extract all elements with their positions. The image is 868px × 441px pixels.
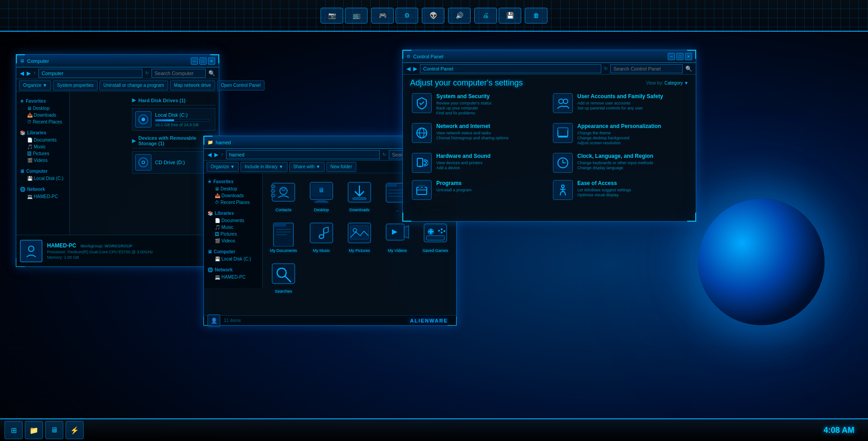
sidebar-desktop[interactable]: 🖥 Desktop [20,105,66,112]
hamed-forward-btn[interactable]: ▶ [214,152,218,158]
cp-search-icon[interactable]: 🔍 [685,66,692,72]
folder-downloads[interactable]: Downloads [341,176,377,215]
review-computer-status-link[interactable]: Review your computer's status [436,101,491,105]
folder-saved-games[interactable]: Saved Games [417,217,453,256]
maximize-btn[interactable]: □ [199,57,207,65]
hamed-refresh-icon[interactable]: ↻ [382,152,386,157]
cp-appearance[interactable]: Appearance and Personalization Change th… [551,121,689,147]
sidebar-music[interactable]: 🎵 Music [20,143,66,150]
folder-my-documents[interactable]: My Documents [265,217,302,256]
sidebar-pictures[interactable]: 🖼 Pictures [20,150,66,157]
change-display-lang-link[interactable]: Change display language [577,166,653,170]
hamed-sidebar-downloads[interactable]: 📥 Downloads [208,192,259,199]
nav-btn-1[interactable]: 📷 [321,8,343,24]
nav-btn-9[interactable]: 🗑 [525,8,547,24]
search-icon[interactable]: 🔍 [208,70,215,76]
folder-contacts[interactable]: Contacts [265,176,302,215]
address-input[interactable] [38,69,142,78]
cp-network[interactable]: Network and Internet View network status… [410,121,547,147]
folder-my-videos[interactable]: My Videos [379,217,415,256]
view-devices-link[interactable]: View devices and printers [436,161,491,165]
search-input[interactable] [151,69,206,78]
computer-titlebar[interactable]: 🖥 Computer ─ □ ✕ [16,55,219,67]
refresh-icon[interactable]: ↻ [145,71,149,76]
cp-search-input[interactable] [610,64,683,73]
windows-suggest-link[interactable]: Let Windows suggest settings [577,188,631,192]
hamed-sidebar-local-disk[interactable]: 💾 Local Disk (C:) [208,256,259,262]
parental-controls-link[interactable]: Set up parental controls for any user [577,106,663,110]
sidebar-downloads[interactable]: 📥 Downloads [20,112,66,119]
nav-btn-3[interactable]: 🎮 [371,8,394,24]
nav-btn-6[interactable]: 🔊 [448,8,471,24]
cp-forward-btn[interactable]: ▶ [413,66,417,72]
local-disk-c[interactable]: Local Disk (C:) 16.1 GB free of 24.8 GB [132,108,215,131]
taskbar-computer-btn[interactable]: 🖥 [45,421,63,439]
folder-my-music[interactable]: My Music [303,217,340,256]
up-btn[interactable]: ↑ [33,71,36,76]
cp-titlebar[interactable]: ⚙ Control Panel ─ □ ✕ [403,50,696,63]
share-with-btn[interactable]: Share with ▼ [289,162,325,172]
folder-my-pictures[interactable]: My Pictures [341,217,377,256]
optimize-visual-link[interactable]: Optimize visual display [577,193,631,197]
cd-drive-d[interactable]: CD Drive (D:) [132,151,215,174]
hamed-new-folder-btn[interactable]: New folder [326,162,356,172]
hamed-address-input[interactable] [226,150,380,159]
nav-btn-8[interactable]: 💾 [499,8,521,24]
cp-maximize-btn[interactable]: □ [676,53,684,60]
cp-refresh-icon[interactable]: ↻ [604,66,608,71]
system-properties-btn[interactable]: System properties [53,81,98,90]
hamed-sidebar-music[interactable]: 🎵 Music [208,224,259,231]
hamed-sidebar-recent[interactable]: ⏱ Recent Places [208,199,259,206]
cp-back-btn[interactable]: ◀ [406,66,410,72]
folder-searches[interactable]: Searches [265,257,302,296]
nav-btn-4[interactable]: ⚙ [396,8,418,24]
uninstall-program-link[interactable]: Uninstall a program [436,188,472,192]
cp-minimize-btn[interactable]: ─ [668,53,675,60]
sidebar-videos[interactable]: 🎬 Videos [20,157,66,164]
cp-hardware[interactable]: Hardware and Sound View devices and prin… [410,151,547,175]
sidebar-recent[interactable]: ⏱ Recent Places [20,119,66,125]
open-control-panel-btn[interactable]: Open Control Panel [217,81,265,90]
add-remove-users-link[interactable]: Add or remove user accounts [577,101,663,105]
homegroup-link[interactable]: Choose homegroup and sharing options [436,136,509,140]
hamed-up-btn[interactable]: ↑ [221,152,223,157]
taskbar-explorer-btn[interactable]: 📁 [25,421,43,439]
add-device-link[interactable]: Add a device [436,166,491,170]
hamed-sidebar-videos[interactable]: 🎬 Videos [208,237,259,244]
hamed-back-btn[interactable]: ◀ [208,152,212,158]
cp-programs[interactable]: Programs Uninstall a program [410,178,547,202]
change-theme-link[interactable]: Change the theme [577,131,661,135]
uninstall-btn[interactable]: Uninstall or change a program [99,81,168,90]
sidebar-hamed-pc[interactable]: 💻 HAMED-PC [20,193,66,200]
nav-btn-5[interactable]: 👽 [422,8,444,24]
view-network-status-link[interactable]: View network status and tasks [436,131,509,135]
cp-address-input[interactable] [420,64,601,73]
hamed-sidebar-pictures[interactable]: 🖼 Pictures [208,231,259,237]
hamed-sidebar-hamed-pc[interactable]: 💻 HAMED-PC [208,274,259,280]
change-keyboards-link[interactable]: Change keyboards or other input methods [577,161,653,165]
cp-ease-access[interactable]: Ease of Access Let Windows suggest setti… [551,178,689,202]
hamed-organize-btn[interactable]: Organize ▼ [207,162,239,172]
cp-viewby-value[interactable]: Category [665,81,683,85]
nav-btn-7[interactable]: 🖨 [474,8,497,24]
backup-computer-link[interactable]: Back up your computer [436,106,491,110]
cp-system-security[interactable]: System and Security Review your computer… [410,91,547,118]
taskbar-extra-btn[interactable]: ⚡ [66,421,84,439]
minimize-btn[interactable]: ─ [191,57,198,65]
sidebar-documents[interactable]: 📄 Documents [20,137,66,143]
cp-user-accounts[interactable]: User Accounts and Family Safety Add or r… [551,91,689,118]
hamed-sidebar-desktop[interactable]: 🖥 Desktop [208,185,259,192]
start-btn[interactable]: ⊞ [5,421,23,439]
hamed-sidebar-documents[interactable]: 📄 Documents [208,217,259,224]
organize-btn[interactable]: Organize ▼ [19,81,51,90]
back-btn[interactable]: ◀ [20,70,24,76]
map-drive-btn[interactable]: Map network drive [170,81,215,90]
forward-btn[interactable]: ▶ [27,70,31,76]
adjust-screen-res-link[interactable]: Adjust screen resolution [577,141,661,145]
nav-btn-2[interactable]: 📺 [345,8,368,24]
find-fix-problems-link[interactable]: Find and fix problems [436,111,491,115]
folder-desktop[interactable]: 🖥 Desktop [303,176,340,215]
change-desktop-bg-link[interactable]: Change desktop background [577,136,661,140]
include-library-btn[interactable]: Include in library ▼ [241,162,288,172]
sidebar-local-disk[interactable]: 💾 Local Disk (C:) [20,175,66,182]
